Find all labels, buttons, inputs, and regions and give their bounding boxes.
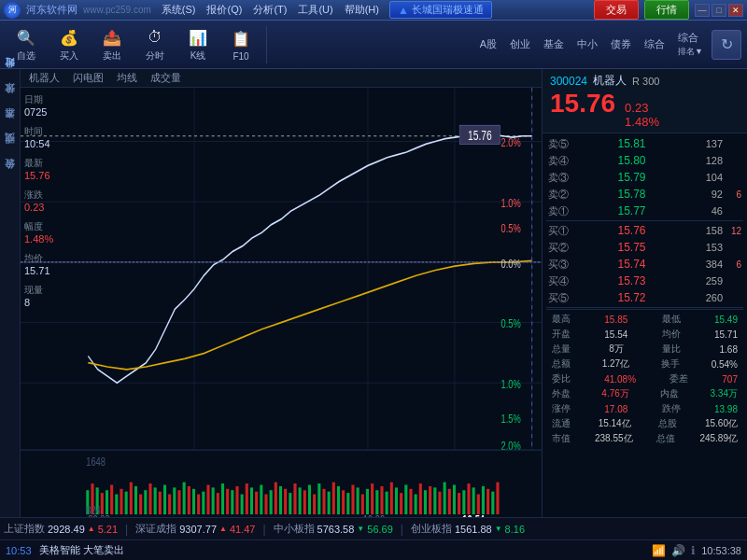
trade-button[interactable]: 交易: [594, 0, 639, 20]
site-name: 河东软件网: [26, 3, 78, 17]
stock-header: 300024 机器人 R 300 15.76 0.23 1.48%: [543, 69, 747, 133]
svg-rect-63: [279, 486, 282, 514]
stat-row-open-avg: 开盘 15.54 均价 15.71: [552, 327, 738, 342]
close-button[interactable]: ✕: [728, 4, 743, 17]
index-shanghai: 上证指数 2928.49 ▲ 5.21: [4, 522, 118, 536]
toolbar-f10[interactable]: 📋 F10: [220, 25, 261, 64]
svg-rect-91: [415, 495, 417, 515]
svg-rect-71: [317, 483, 320, 514]
svg-rect-62: [275, 483, 277, 515]
sell-order-4: 卖④ 15.80 128: [546, 152, 743, 169]
buy-label: 买入: [60, 49, 78, 63]
stat-row-high-low: 最高 15.85 最低 15.49: [552, 312, 738, 327]
sidebar-arrow-2[interactable]: ›: [8, 109, 11, 119]
minimize-button[interactable]: —: [695, 4, 710, 17]
tab-fund[interactable]: 基金: [539, 36, 569, 52]
menu-quote[interactable]: 报价(Q): [202, 2, 247, 18]
news-ticker-bar: 10:53 美格智能 大笔卖出 📶 🔊 ℹ 10:53:38: [0, 539, 747, 560]
sell-icon: 📤: [99, 26, 125, 49]
svg-rect-55: [241, 495, 244, 515]
svg-rect-97: [444, 483, 446, 515]
svg-text:1648: 1648: [86, 455, 106, 469]
sidebar-item-pricerange[interactable]: 分价表: [1, 174, 19, 181]
sidebar-arrow-4[interactable]: ›: [8, 160, 11, 170]
chart-tab-volume[interactable]: 成交量: [148, 71, 184, 85]
menu-help[interactable]: 帮助(H): [340, 2, 384, 18]
svg-rect-44: [188, 486, 190, 514]
svg-rect-31: [125, 492, 128, 514]
date-label: 日期: [24, 93, 53, 106]
menu-tools[interactable]: 工具(U): [293, 2, 337, 18]
sidebar-item-minute[interactable]: 分时走: [1, 73, 19, 80]
stock-stats: 最高 15.85 最低 15.49 开盘 15.54 均价 15.71 总量 8…: [546, 309, 743, 448]
chart-toolbar: 机器人 闪电图 均线 成交量: [21, 69, 542, 88]
time-label: 时间: [24, 125, 53, 138]
maximize-button[interactable]: □: [712, 4, 726, 17]
stock-code-line: 300024 机器人 R 300: [550, 73, 740, 89]
change-info: 涨跌 0.23: [24, 189, 53, 213]
menu-system[interactable]: 系统(S): [157, 2, 201, 18]
stat-row-limit: 涨停 17.08 跌停 13.98: [552, 401, 738, 416]
svg-text:1.0%: 1.0%: [501, 378, 521, 391]
tab-composite[interactable]: 综合: [640, 36, 669, 52]
svg-rect-82: [371, 483, 374, 514]
tab-sme[interactable]: 中小: [572, 36, 602, 52]
svg-rect-90: [409, 489, 412, 514]
change-label: 涨跌: [24, 189, 53, 202]
refresh-button[interactable]: ↻: [712, 30, 741, 60]
tab-ranking[interactable]: 综合排名▼: [673, 30, 708, 59]
svg-rect-56: [246, 483, 248, 514]
tab-chinext[interactable]: 创业: [505, 36, 535, 52]
sidebar-arrow-1[interactable]: ›: [8, 84, 11, 94]
svg-rect-40: [168, 495, 171, 515]
toolbar-sell[interactable]: 📤 卖出: [92, 23, 133, 65]
svg-rect-32: [130, 483, 133, 515]
svg-rect-87: [395, 487, 398, 514]
chart-tab-ma[interactable]: 均线: [114, 71, 140, 85]
price-change-pct: 1.48%: [625, 115, 659, 129]
sh-up-icon: ▲: [88, 525, 95, 533]
menu-analysis[interactable]: 分析(T): [248, 2, 291, 18]
svg-rect-76: [342, 490, 345, 514]
stat-row-mktcap: 市值 238.55亿 总值 245.89亿: [552, 431, 738, 446]
sidebar-item-trades[interactable]: 成交明: [1, 148, 19, 156]
svg-text:15.76: 15.76: [468, 128, 492, 143]
svg-rect-104: [477, 495, 480, 515]
index-chinext: 创业板指 1561.88 ▼ 8.16: [411, 522, 525, 536]
svg-rect-29: [115, 495, 118, 515]
chart-wrapper: 日期 0725 时间 10:54 最新 15.76 涨跌 0.23 幅度 1: [21, 88, 542, 517]
svg-rect-108: [496, 483, 499, 515]
latest-label: 最新: [24, 157, 53, 170]
toolbar-watchlist[interactable]: 🔍 自选: [6, 23, 47, 65]
toolbar-minute[interactable]: ⏱ 分时: [134, 23, 176, 65]
avg-val: 15.71: [24, 265, 53, 276]
svg-rect-51: [221, 483, 224, 514]
sidebar-arrow-3[interactable]: ›: [8, 134, 11, 145]
brand-button[interactable]: ▲ 长城国瑞极速通: [389, 1, 492, 19]
svg-rect-65: [289, 493, 291, 514]
title-bar-left: 河 河东软件网 www.pc259.com 系统(S) 报价(Q) 分析(T) …: [4, 1, 492, 19]
chart-tab-robot[interactable]: 机器人: [26, 71, 63, 85]
clock-display: 10:53:38: [701, 545, 741, 556]
toolbar-kline[interactable]: 📊 K线: [177, 23, 218, 65]
sidebar-item-technical[interactable]: 技术分: [1, 98, 19, 105]
svg-rect-100: [458, 493, 460, 514]
svg-rect-79: [357, 487, 359, 514]
toolbar-right: A股 创业 基金 中小 债券 综合 综合排名▼ ↻: [475, 30, 741, 60]
svg-text:1.5%: 1.5%: [501, 413, 521, 426]
vol-info: 现量 8: [24, 284, 53, 308]
chart-tab-flash[interactable]: 闪电图: [70, 71, 106, 85]
sidebar-item-fundamental[interactable]: 基本资: [1, 123, 19, 131]
tab-a-shares[interactable]: A股: [475, 36, 501, 52]
svg-rect-98: [448, 489, 451, 514]
toolbar-buy[interactable]: 💰 买入: [49, 23, 90, 65]
tab-bond[interactable]: 债券: [606, 36, 636, 52]
stock-code: 300024: [550, 75, 587, 88]
svg-rect-93: [424, 490, 427, 514]
ticker-right: 📶 🔊 ℹ 10:53:38: [652, 544, 741, 557]
svg-text:09:30: 09:30: [88, 513, 109, 517]
quote-button[interactable]: 行情: [644, 0, 689, 20]
chart-left-info: 日期 0725 时间 10:54 最新 15.76 涨跌 0.23 幅度 1: [24, 93, 53, 308]
sme-down-icon: ▼: [357, 525, 364, 533]
date-info: 日期 0725: [24, 93, 53, 118]
